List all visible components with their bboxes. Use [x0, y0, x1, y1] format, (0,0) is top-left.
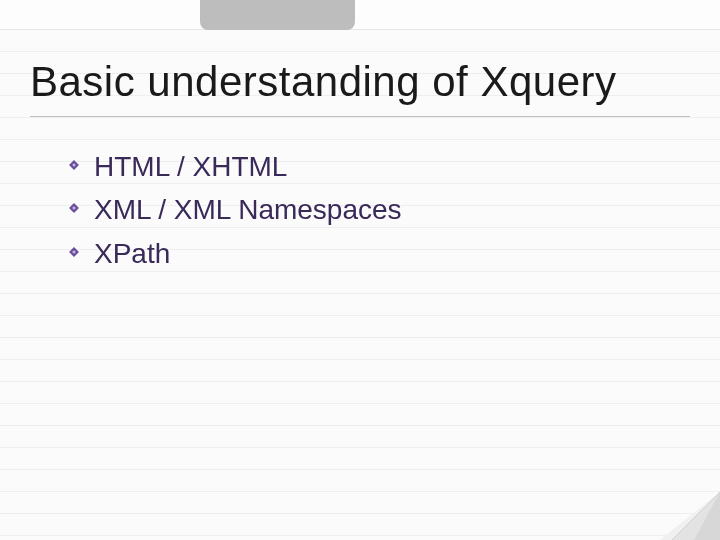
- list-item: HTML / XHTML: [94, 145, 690, 188]
- list-item-label: XPath: [94, 238, 170, 269]
- diamond-bullet-icon: [68, 159, 80, 171]
- diamond-bullet-icon: [68, 246, 80, 258]
- list-item-label: XML / XML Namespaces: [94, 194, 402, 225]
- diamond-bullet-icon: [68, 202, 80, 214]
- top-bar-handle: [200, 0, 355, 30]
- list-item: XML / XML Namespaces: [94, 188, 690, 231]
- list-item: XPath: [94, 232, 690, 275]
- page-curl-icon: [660, 492, 720, 540]
- bullet-list: HTML / XHTML XML / XML Namespaces XPath: [30, 145, 690, 275]
- list-item-label: HTML / XHTML: [94, 151, 287, 182]
- slide-title: Basic understanding of Xquery: [30, 58, 690, 106]
- top-bar: [0, 0, 720, 30]
- slide-body: Basic understanding of Xquery HTML / XHT…: [30, 58, 690, 275]
- title-underline: [30, 116, 690, 117]
